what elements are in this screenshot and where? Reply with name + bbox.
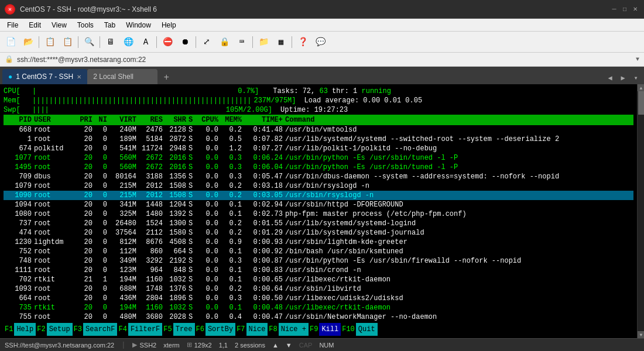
fkey-f9[interactable]: F9Kill <box>309 323 341 336</box>
toolbar-sep-2 <box>78 36 78 48</box>
table-row: 1 root 20 0 189M 5184 2872 S 0.0 0.5 0:0… <box>4 135 633 144</box>
fkey-f7[interactable]: F7Nice <box>235 323 268 336</box>
fkey-f8[interactable]: F8Nice + <box>268 323 309 336</box>
table-row: 1093 root 20 0 688M 1748 1376 S 0.0 0.2 … <box>4 284 633 294</box>
tab-1[interactable]: ● 1 CentOS 7 - SSH ✕ <box>2 69 87 84</box>
address-dropdown[interactable]: ▼ <box>636 56 639 63</box>
address-text: ssh://test:****@mysvr3.netsarang.com:22 <box>17 56 632 64</box>
fkey-f2[interactable]: F2Setup <box>36 323 72 336</box>
table-row: 1080 root 20 0 325M 1480 1392 S 0.0 0.1 … <box>4 209 633 219</box>
toolbar-chat[interactable]: 💬 <box>312 35 328 50</box>
load-info: Load average: 0.00 0.01 0.05 <box>304 96 422 105</box>
scroll-thumb[interactable] <box>638 91 644 115</box>
tab-1-close[interactable]: ✕ <box>77 74 81 80</box>
tasks-info: Tasks: 72, 63 thr: 1 running <box>273 87 391 96</box>
status-connection: SSH://test@mysvr3.netsarang.com:22 <box>5 342 114 349</box>
tab-next-button[interactable]: ▶ <box>617 71 629 84</box>
tab-1-text: 1 CentOS 7 - SSH <box>16 73 73 81</box>
scroll-up-button[interactable]: ▲ <box>638 84 644 91</box>
table-row: 702 rtkit 21 1 194M 1160 1032 S 0.0 0.1 … <box>4 275 633 284</box>
table-row: 737 root 20 0 26480 1524 1300 S 0.0 0.2 … <box>4 219 633 228</box>
fkey-f6[interactable]: F6SortBy <box>195 323 236 336</box>
toolbar-grid[interactable]: ▦ <box>273 35 289 50</box>
toolbar-help[interactable]: ❓ <box>294 35 311 50</box>
toolbar-new[interactable]: 📄 <box>2 35 19 50</box>
table-row: 664 root 20 0 436M 2804 1896 S 0.0 0.3 0… <box>4 294 633 303</box>
toolbar-connect[interactable]: 🖥 <box>102 35 119 50</box>
fkey-f4[interactable]: F4FilterF <box>117 323 162 336</box>
status-caps: CAP <box>299 342 313 349</box>
toolbar-copy[interactable]: 📋 <box>42 35 58 50</box>
toolbar-globe[interactable]: 🌐 <box>120 35 136 50</box>
fkey-f5[interactable]: F5Tree <box>162 323 194 336</box>
tab-prev-button[interactable]: ◀ <box>604 71 616 84</box>
menu-tab[interactable]: Tab <box>100 20 120 30</box>
toolbar-open[interactable]: 📂 <box>20 35 36 50</box>
table-row: 668 root 20 0 240M 2476 2128 S 0.0 0.2 0… <box>4 125 633 135</box>
fkey-f1[interactable]: F1Help <box>4 323 36 336</box>
maximize-button[interactable]: □ <box>621 5 629 13</box>
ssh2-icon: ▶ <box>132 341 137 349</box>
close-button[interactable]: ✕ <box>631 5 639 13</box>
menu-view[interactable]: View <box>47 20 71 30</box>
minimize-button[interactable]: ─ <box>610 5 618 13</box>
scroll-up-status[interactable]: ▲ <box>272 342 279 349</box>
toolbar-record[interactable]: ⏺ <box>177 35 193 50</box>
tabs-bar: ● 1 CentOS 7 - SSH ✕ 2 Local Shell + ◀ ▶… <box>0 67 644 84</box>
status-cols: ⊞ 129x2 <box>187 341 212 349</box>
fkey-f10[interactable]: F10Quit <box>341 323 377 336</box>
terminal-content[interactable]: CPU[ | 0.7%] Tasks: 72, 63 thr: 1 runnin… <box>0 84 637 338</box>
table-row: 748 root 20 0 349M 3292 2192 S 0.0 0.3 0… <box>4 256 633 266</box>
menu-tools[interactable]: Tools <box>73 20 98 30</box>
status-protocol: ▶ SSH2 <box>132 341 156 349</box>
table-row: 1495 root 20 0 560M 2672 2016 S 0.0 0.3 … <box>4 163 633 172</box>
address-bar: 🔒 ssh://test:****@mysvr3.netsarang.com:2… <box>0 53 644 67</box>
toolbar-resize[interactable]: ⤢ <box>198 35 215 50</box>
tab-add-button[interactable]: + <box>160 71 173 84</box>
cpu-line: CPU[ | 0.7%] Tasks: 72, 63 thr: 1 runnin… <box>4 87 633 96</box>
toolbar-keyboard[interactable]: ⌨ <box>234 35 250 50</box>
swp-label: Swp[ <box>4 105 30 115</box>
process-table: PID USER PRI NI VIRT RES SHR S CPU% MEM%… <box>4 115 633 322</box>
table-row: 755 root 20 0 480M 3680 2028 S 0.0 0.4 0… <box>4 312 633 322</box>
table-row: 709 dbus 20 0 80164 3188 1356 S 0.0 0.3 … <box>4 172 633 181</box>
menu-window[interactable]: Window <box>121 20 156 30</box>
toolbar-search[interactable]: 🔍 <box>81 35 97 50</box>
toolbar-paste[interactable]: 📋 <box>59 35 76 50</box>
status-position: 1,1 <box>219 342 228 349</box>
status-terminal: xterm <box>163 342 180 349</box>
mem-value: 237M/975M] <box>254 96 296 105</box>
tab-2[interactable]: 2 Local Shell <box>87 69 157 84</box>
menu-file[interactable]: File <box>2 20 23 30</box>
swp-line: Swp[ |||| 105M/2.00G] Uptime: 19:27:23 <box>4 105 633 115</box>
tab-menu-button[interactable]: ▾ <box>630 71 642 84</box>
menu-help[interactable]: Help <box>157 20 181 30</box>
scroll-down-button[interactable]: ▼ <box>638 331 644 338</box>
scroll-down-status[interactable]: ▼ <box>286 342 292 349</box>
toolbar-sep-1 <box>39 36 39 48</box>
toolbar-lock[interactable]: 🔒 <box>216 35 232 50</box>
toolbar: 📄 📂 📋 📋 🔍 🖥 🌐 A ⛔ ⏺ ⤢ 🔒 ⌨ 📁 ▦ ❓ 💬 <box>0 32 644 53</box>
table-row: 1077 root 20 0 560M 2672 2016 S 0.0 0.3 … <box>4 153 633 163</box>
toolbar-font[interactable]: A <box>138 35 154 50</box>
toolbar-files[interactable]: 📁 <box>255 35 272 50</box>
tab-1-label: ● <box>8 73 12 81</box>
table-header: PID USER PRI NI VIRT RES SHR S CPU% MEM%… <box>4 115 633 125</box>
menu-edit[interactable]: Edit <box>24 20 46 30</box>
toolbar-sep-5 <box>196 36 196 48</box>
mem-line: Mem[ |||||||||||||||||||||||||||||||||||… <box>4 96 633 105</box>
scroll-track[interactable] <box>638 91 644 331</box>
toolbar-sep-6 <box>252 36 253 48</box>
uptime-info: Uptime: 19:27:23 <box>280 105 348 115</box>
lock-icon: 🔒 <box>5 55 13 64</box>
swp-value: 105M/2.00G] <box>226 105 272 115</box>
fkey-f3[interactable]: F3SearchF <box>73 323 118 336</box>
toolbar-stop[interactable]: ⛔ <box>159 35 176 50</box>
swp-bar: |||| <box>32 105 49 115</box>
scrollbar[interactable]: ▲ ▼ <box>637 84 644 338</box>
menu-bar: File Edit View Tools Tab Window Help <box>0 19 644 32</box>
status-bar: SSH://test@mysvr3.netsarang.com:22 | ▶ S… <box>0 338 644 351</box>
status-sessions: 2 sessions <box>235 342 265 349</box>
table-row: 1079 root 20 0 215M 2012 1508 S 0.0 0.2 … <box>4 181 633 191</box>
cpu-label: CPU[ <box>4 87 30 96</box>
